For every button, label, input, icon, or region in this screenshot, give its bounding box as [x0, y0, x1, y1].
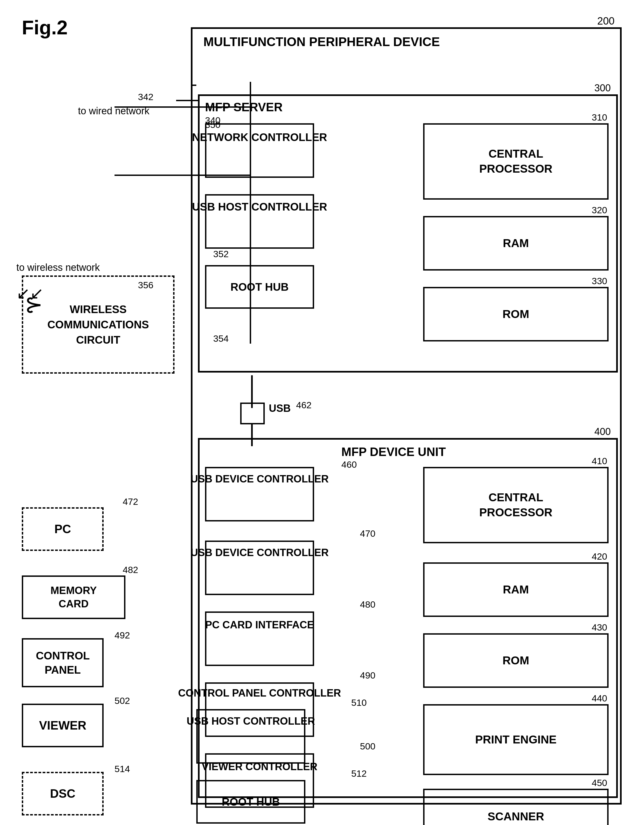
ref-310: 310 — [591, 112, 607, 123]
box-central-processor-410: 410 CENTRAL PROCESSOR — [423, 467, 608, 543]
box-network-controller: NETWORK CONTROLLER — [205, 123, 314, 178]
label-rom-330: ROM — [502, 307, 529, 321]
box-pc: PC — [22, 507, 103, 551]
ref-400: 400 — [595, 426, 611, 437]
ref-330: 330 — [591, 276, 607, 286]
box-usb-host-controller: USB HOST CONTROLLER — [205, 194, 314, 249]
ref-482: 482 — [123, 565, 138, 575]
usb-connector — [240, 403, 265, 424]
box-print-engine: 440 PRINT ENGINE — [423, 704, 608, 775]
box-200: 200 MULTIFUNCTION PERIPHERAL DEVICE 300 … — [191, 27, 622, 805]
label-network-controller: NETWORK CONTROLLER — [192, 130, 327, 144]
label-viewer: VIEWER — [39, 718, 86, 732]
ref-500: 500 — [360, 741, 375, 752]
ref-450: 450 — [591, 777, 607, 788]
label-print-engine: PRINT ENGINE — [475, 732, 557, 747]
label-usb-device-controller-470: USB DEVICE CONTROLLER — [191, 546, 329, 559]
ref-350: 350 — [205, 119, 221, 130]
label-ram-320: RAM — [503, 237, 529, 250]
label-usb-host-controller-510: USB HOST CONTROLLER — [187, 715, 315, 728]
ref-512: 512 — [351, 768, 367, 779]
label-usb-host-controller: USB HOST CONTROLLER — [192, 199, 327, 214]
box-scanner-engine: 450 SCANNER ENGINE — [423, 789, 608, 825]
ref-440: 440 — [591, 693, 607, 704]
ref-470: 470 — [360, 528, 375, 539]
box-ram-420: 420 RAM — [423, 562, 608, 617]
label-memory-card: MEMORY CARD — [48, 584, 99, 611]
ref-514: 514 — [114, 764, 130, 774]
ref-320: 320 — [591, 205, 607, 215]
label-root-hub-mfp: ROOT HUB — [230, 281, 289, 293]
ref-472: 472 — [123, 496, 138, 507]
box-ram-320: 320 RAM — [423, 216, 608, 270]
ref-460: 460 — [341, 459, 357, 470]
box-300: 300 MFP SERVER 340 NETWORK CONTROLLER 35… — [198, 94, 618, 372]
ref-492: 492 — [114, 630, 130, 641]
box-rom-430: 430 ROM — [423, 633, 608, 688]
line-h-usb-host — [114, 175, 251, 176]
ref-354: 354 — [213, 333, 229, 344]
label-root-hub-512: ROOT HUB — [222, 796, 280, 808]
label-to-wireless-network: to wireless network — [16, 262, 100, 273]
ref-510: 510 — [351, 697, 367, 708]
line-h-network — [114, 107, 251, 108]
label-scanner-engine: SCANNER ENGINE — [470, 809, 562, 825]
box-usb-host-controller-510: 510 USB HOST CONTROLLER — [196, 709, 305, 764]
box-wireless-comm: WIRELESS COMMUNICATIONS CIRCUIT — [22, 275, 175, 374]
box-pc-card-interface: 480 PC CARD INTERFACE — [205, 612, 314, 666]
ref-342: 342 — [138, 92, 153, 102]
ref-200: 200 — [598, 15, 615, 27]
ref-502: 502 — [114, 695, 130, 706]
box-rom-330: 330 ROM — [423, 287, 608, 341]
label-multifunction: MULTIFUNCTION PERIPHERAL DEVICE — [203, 34, 440, 49]
figure-label: Fig.2 — [22, 16, 68, 39]
label-ram-420: RAM — [503, 583, 529, 596]
label-wireless-comm: WIRELESS COMMUNICATIONS CIRCUIT — [48, 302, 149, 348]
label-control-panel: CONTROL PANEL — [36, 649, 90, 677]
box-dsc: DSC — [22, 772, 103, 816]
label-central-processor-310: CENTRAL PROCESSOR — [470, 147, 562, 176]
box-central-processor-310: 310 CENTRAL PROCESSOR — [423, 123, 608, 199]
box-usb-device-controller-460: USB DEVICE CONTROLLER — [205, 467, 314, 521]
line-wired — [176, 100, 199, 101]
line-to-wired — [191, 85, 196, 86]
box-usb-device-controller-470: 470 USB DEVICE CONTROLLER — [205, 541, 314, 595]
usb-label: USB — [269, 403, 290, 414]
ref-300: 300 — [595, 82, 611, 94]
label-pc-card-interface: PC CARD INTERFACE — [205, 618, 314, 632]
box-root-hub-mfp: ROOT HUB — [205, 265, 314, 309]
label-control-panel-controller: CONTROL PANEL CONTROLLER — [178, 686, 341, 700]
ref-420: 420 — [591, 551, 607, 562]
ref-462: 462 — [296, 400, 312, 411]
label-dsc: DSC — [50, 787, 76, 800]
label-mfp-device-unit: MFP DEVICE UNIT — [341, 445, 446, 459]
line-spine-300 — [250, 82, 251, 344]
label-central-processor-410: CENTRAL PROCESSOR — [470, 490, 562, 520]
box-viewer: VIEWER — [22, 704, 103, 747]
label-rom-430: ROM — [502, 654, 529, 667]
label-usb-device-controller-460: USB DEVICE CONTROLLER — [191, 472, 329, 486]
box-memory-card: MEMORY CARD — [22, 575, 125, 619]
ref-490: 490 — [360, 670, 375, 681]
ref-410: 410 — [591, 456, 607, 467]
ref-352: 352 — [213, 249, 229, 260]
box-root-hub-512: 512 ROOT HUB — [196, 780, 305, 823]
antenna-symbol: ↙↙ — [16, 284, 43, 303]
box-control-panel: CONTROL PANEL — [22, 638, 103, 687]
ref-480: 480 — [360, 599, 375, 610]
label-pc: PC — [54, 522, 71, 536]
ref-430: 430 — [591, 622, 607, 633]
